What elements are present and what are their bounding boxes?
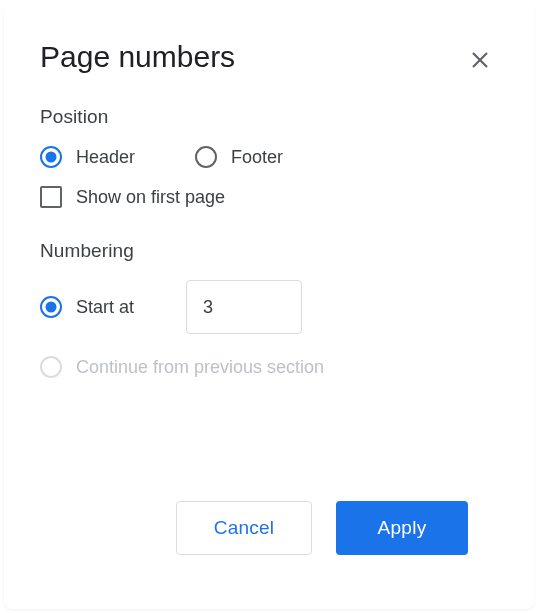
dialog-title: Page numbers [40, 40, 235, 74]
numbering-start-at-row: Start at [40, 280, 498, 334]
numbering-section-title: Numbering [40, 240, 498, 262]
position-footer-label: Footer [231, 147, 283, 168]
apply-button[interactable]: Apply [336, 501, 468, 555]
radio-icon [40, 296, 62, 318]
close-button[interactable] [462, 42, 498, 78]
position-footer-option[interactable]: Footer [195, 146, 283, 168]
checkbox-icon [40, 186, 62, 208]
radio-icon [40, 356, 62, 378]
position-header-label: Header [76, 147, 135, 168]
show-first-page-option[interactable]: Show on first page [40, 186, 498, 208]
radio-icon [195, 146, 217, 168]
position-radio-group: Header Footer [40, 146, 498, 168]
numbering-continue-option: Continue from previous section [40, 356, 498, 378]
position-section-title: Position [40, 106, 498, 128]
show-first-page-label: Show on first page [76, 187, 225, 208]
dialog-footer: Cancel Apply [176, 501, 468, 555]
position-header-option[interactable]: Header [40, 146, 135, 168]
numbering-start-at-option[interactable]: Start at [40, 296, 134, 318]
radio-icon [40, 146, 62, 168]
cancel-button[interactable]: Cancel [176, 501, 312, 555]
page-numbers-dialog: Page numbers Position Header Footer Show… [4, 4, 534, 609]
start-at-input[interactable] [186, 280, 302, 334]
dialog-header: Page numbers [40, 40, 498, 78]
numbering-continue-label: Continue from previous section [76, 357, 324, 378]
numbering-start-at-label: Start at [76, 297, 134, 318]
close-icon [468, 48, 492, 72]
